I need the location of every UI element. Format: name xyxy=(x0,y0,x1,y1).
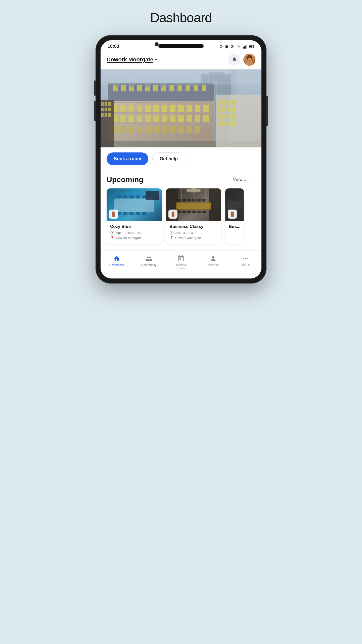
room-image-third: 🚪 xyxy=(225,188,244,221)
view-all-button[interactable]: View all → xyxy=(233,177,255,183)
header-actions xyxy=(228,54,255,66)
svg-rect-26 xyxy=(121,85,126,91)
avatar-svg xyxy=(243,54,255,66)
svg-point-148 xyxy=(245,258,246,259)
svg-rect-106 xyxy=(101,113,104,117)
svg-rect-122 xyxy=(135,212,140,215)
svg-rect-100 xyxy=(101,102,104,106)
svg-rect-141 xyxy=(202,211,206,213)
room-card-2[interactable]: 🚪 Business Classy 🕐 Apr 13 2023, 1:0... … xyxy=(166,188,221,244)
page-title: Dashboard xyxy=(150,10,212,25)
nav-label-dashboard: Dashboard xyxy=(109,263,124,267)
app-header: Cowork Moorgate ▾ xyxy=(101,51,261,69)
svg-rect-129 xyxy=(176,203,211,209)
svg-rect-6 xyxy=(249,46,252,47)
svg-rect-32 xyxy=(169,85,174,91)
svg-rect-105 xyxy=(108,108,111,111)
svg-rect-47 xyxy=(145,105,151,112)
svg-rect-3 xyxy=(246,45,247,49)
room-name-1: Cozy Blue xyxy=(110,224,158,229)
camera-dot xyxy=(155,42,159,46)
room-image-business-classy: 🚪 xyxy=(166,188,221,221)
community-icon xyxy=(145,255,152,262)
svg-rect-96 xyxy=(222,121,225,126)
rooms-scroll: 🚪 Cozy Blue 🕐 Apr 10 2023, 2:0... 📍 Cowo… xyxy=(107,188,255,248)
room-card-1[interactable]: 🚪 Cozy Blue 🕐 Apr 10 2023, 2:0... 📍 Cowo… xyxy=(107,188,162,244)
nav-label-account: Account xyxy=(208,263,218,267)
svg-rect-134 xyxy=(197,199,201,202)
svg-rect-139 xyxy=(192,211,196,213)
nav-item-account[interactable]: Account xyxy=(197,254,229,271)
svg-rect-117 xyxy=(135,195,140,198)
svg-rect-101 xyxy=(105,102,107,106)
bottom-nav: Dashboard Community Meeting Rooms xyxy=(101,250,261,278)
room-info-3: Bus... xyxy=(225,221,244,234)
svg-rect-146 xyxy=(227,201,242,209)
svg-rect-131 xyxy=(182,199,186,202)
upcoming-section: Upcoming View all → xyxy=(101,170,261,250)
account-icon xyxy=(210,255,217,262)
room-image-cozy-blue: 🚪 xyxy=(107,188,162,221)
svg-rect-68 xyxy=(120,126,126,133)
svg-rect-61 xyxy=(162,115,167,122)
svg-rect-28 xyxy=(137,85,142,91)
svg-rect-97 xyxy=(227,121,231,126)
svg-rect-63 xyxy=(178,115,184,122)
svg-rect-0 xyxy=(243,47,244,49)
home-icon xyxy=(113,255,120,262)
svg-rect-46 xyxy=(137,105,142,112)
svg-point-149 xyxy=(247,258,248,259)
svg-rect-60 xyxy=(153,115,159,122)
svg-rect-94 xyxy=(232,114,236,119)
svg-rect-99 xyxy=(101,100,114,147)
upcoming-title: Upcoming xyxy=(107,175,144,184)
svg-rect-75 xyxy=(178,126,184,133)
svg-rect-102 xyxy=(108,102,111,106)
svg-rect-53 xyxy=(195,105,200,112)
svg-rect-140 xyxy=(197,211,201,213)
svg-rect-136 xyxy=(177,211,181,213)
svg-rect-116 xyxy=(129,195,134,198)
svg-rect-88 xyxy=(222,107,225,112)
svg-rect-71 xyxy=(145,126,151,133)
arrow-right-icon: → xyxy=(250,177,255,183)
nav-item-community[interactable]: Community xyxy=(133,254,165,271)
svg-rect-113 xyxy=(114,198,154,212)
room-card-3[interactable]: 🚪 Bus... xyxy=(225,188,244,244)
nav-item-dashboard[interactable]: Dashboard xyxy=(101,254,133,271)
status-icons: ⊙ ▣ ⊘ xyxy=(219,44,254,49)
svg-rect-79 xyxy=(108,112,214,113)
svg-rect-132 xyxy=(187,199,191,202)
status-bar: 10:03 ⊙ ▣ ⊘ xyxy=(101,40,261,51)
volume-button-2 xyxy=(94,101,96,121)
svg-rect-108 xyxy=(108,113,111,117)
svg-rect-123 xyxy=(142,212,146,215)
svg-rect-66 xyxy=(203,115,209,122)
get-help-button[interactable]: Get help xyxy=(152,152,185,165)
svg-rect-86 xyxy=(232,100,236,105)
svg-rect-74 xyxy=(170,126,175,133)
avatar[interactable] xyxy=(243,54,255,66)
phone-screen: 10:03 ⊙ ▣ ⊘ xyxy=(101,40,261,278)
svg-rect-107 xyxy=(105,113,107,117)
nav-item-show-all[interactable]: Show All xyxy=(229,254,261,271)
nav-item-meeting-rooms[interactable]: Meeting Rooms xyxy=(165,254,197,271)
svg-rect-137 xyxy=(182,211,186,213)
svg-rect-104 xyxy=(105,108,107,111)
calendar-icon xyxy=(177,255,185,262)
room-date-text-2: Apr 13 2023, 1:0... xyxy=(175,231,202,235)
room-location-1: 📍 Cowork Moorgate xyxy=(110,236,158,240)
room-info-1: Cozy Blue 🕐 Apr 10 2023, 2:0... 📍 Cowork… xyxy=(107,221,162,244)
svg-rect-89 xyxy=(227,107,231,112)
svg-point-11 xyxy=(246,56,248,60)
signal-icon xyxy=(243,45,247,49)
room-location-text-2: Cowork Moorgate xyxy=(175,236,201,240)
svg-rect-1 xyxy=(244,46,245,49)
svg-rect-76 xyxy=(187,126,192,133)
location-selector[interactable]: Cowork Moorgate ▾ xyxy=(107,56,157,63)
notifications-button[interactable] xyxy=(228,54,240,66)
svg-rect-36 xyxy=(202,85,206,91)
svg-rect-72 xyxy=(153,126,159,133)
location-name: Cowork Moorgate xyxy=(107,56,153,63)
book-room-button[interactable]: Book a room xyxy=(107,152,148,165)
